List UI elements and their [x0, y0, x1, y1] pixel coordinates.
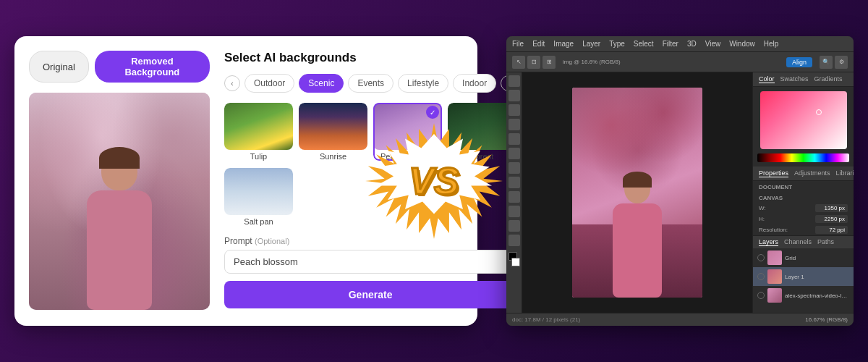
- ps-background-color[interactable]: [511, 258, 520, 266]
- ps-tool-move[interactable]: ↖: [512, 56, 525, 69]
- ps-tab-color[interactable]: Color: [759, 75, 775, 83]
- layer-name-grid: Grid: [785, 255, 849, 261]
- ps-tab-libraries[interactable]: Libraries: [836, 169, 854, 177]
- ps-tool-crop[interactable]: [509, 104, 520, 116]
- ps-tool-search[interactable]: 🔍: [820, 56, 833, 69]
- ps-file-info: img @ 16.6% (RGB/8): [563, 59, 621, 65]
- ps-zoom-level: 16.67% (RGB/8): [805, 316, 848, 323]
- ps-status-text: doc: 17.8M / 12 pixels (21): [512, 316, 580, 323]
- removed-background-button[interactable]: Removed Background: [95, 51, 210, 83]
- ps-person-body: [613, 203, 662, 298]
- ps-foreground-bg: [509, 252, 520, 266]
- ai-section-title: Select AI backgrounds: [224, 51, 516, 65]
- thumb-tulip-label: Tulip: [224, 152, 293, 161]
- category-scenic[interactable]: Scenic: [299, 74, 344, 93]
- ps-height-row: H: 2250 px: [753, 214, 854, 224]
- ps-document-label: Document: [753, 181, 854, 192]
- ps-menu-select[interactable]: Select: [634, 40, 654, 48]
- ps-status-bar: doc: 17.8M / 12 pixels (21) 16.67% (RGB/…: [506, 313, 854, 326]
- thumb-saltpan[interactable]: Salt pan: [224, 168, 293, 226]
- layer-visibility-layer1[interactable]: [757, 273, 765, 280]
- ps-tool-brush[interactable]: [509, 133, 520, 145]
- layer-visibility-bg[interactable]: [757, 292, 765, 299]
- thumb-sunrise-label: Sunrise: [299, 152, 367, 161]
- ps-layers-panel: Layers Channels Paths Grid Layer 1: [753, 235, 854, 313]
- ps-tab-paths[interactable]: Paths: [817, 238, 834, 246]
- ps-hue-bar[interactable]: [757, 153, 849, 162]
- ps-tool-hand[interactable]: [509, 235, 520, 246]
- ps-height-val: 2250 px: [815, 215, 848, 223]
- ps-resolution-row: Resolution: 72 ppi: [753, 224, 854, 235]
- thumb-peach-check: ✓: [426, 106, 439, 119]
- ps-menu-file[interactable]: File: [512, 40, 524, 48]
- prompt-input[interactable]: [224, 250, 516, 274]
- ps-resolution-label: Resolution:: [759, 227, 812, 233]
- ps-tab-swatches[interactable]: Swatches: [780, 75, 809, 83]
- original-button[interactable]: Original: [29, 51, 89, 83]
- category-prev-arrow[interactable]: ‹: [224, 75, 240, 91]
- ps-tool-gradient[interactable]: [509, 177, 520, 188]
- ps-color-cursor: [816, 109, 822, 115]
- list-item[interactable]: Grid: [753, 248, 854, 267]
- thumb-saltpan-img: [224, 168, 293, 215]
- ps-tool-lasso[interactable]: [509, 90, 520, 101]
- ps-tool-transform[interactable]: ⊡: [527, 56, 540, 69]
- ps-menu-help[interactable]: Help: [764, 40, 779, 48]
- ps-width-label: W:: [759, 205, 812, 211]
- ps-canvas-label: Canvas: [753, 192, 854, 203]
- ps-tool-shape[interactable]: [509, 220, 520, 232]
- ps-tool-text[interactable]: [509, 206, 520, 217]
- ps-tool-settings[interactable]: ⚙: [835, 56, 848, 69]
- ps-menu-filter[interactable]: Filter: [663, 40, 678, 48]
- category-outdoor[interactable]: Outdoor: [244, 74, 294, 93]
- right-panel: File Edit Image Layer Type Select Filter…: [506, 36, 854, 326]
- category-events[interactable]: Events: [348, 74, 393, 93]
- image-section: Original Removed Background: [29, 51, 210, 311]
- category-lifestyle[interactable]: Lifestyle: [398, 74, 448, 93]
- ps-color-picker[interactable]: [760, 91, 847, 149]
- ps-menu-image[interactable]: Image: [553, 40, 574, 48]
- ps-tab-adjustments[interactable]: Adjustments: [794, 169, 830, 177]
- ps-menu-edit[interactable]: Edit: [532, 40, 545, 48]
- vs-badge: VS: [376, 134, 492, 228]
- ps-menu-3d[interactable]: 3D: [687, 40, 697, 48]
- ps-toolbar: ↖ ⊡ ⊞ img @ 16.6% (RGB/8) Align 🔍 ⚙: [506, 52, 854, 72]
- ps-align-button[interactable]: Align: [786, 57, 812, 67]
- person-hair: [99, 147, 140, 169]
- list-item[interactable]: alex-spectman-video-landscape: [753, 286, 854, 305]
- thumb-sunrise[interactable]: Sunrise: [299, 103, 367, 161]
- ps-person: [613, 174, 662, 298]
- ps-tool-clone[interactable]: [509, 148, 520, 159]
- thumb-tulip[interactable]: Tulip: [224, 103, 293, 161]
- person-head: [101, 151, 137, 190]
- ps-left-tools: [506, 72, 522, 313]
- category-row: ‹ Outdoor Scenic Events Lifestyle Indoor…: [224, 74, 516, 93]
- ps-width-val: 1350 px: [815, 204, 848, 212]
- photo-background: [29, 93, 210, 310]
- ps-properties-panel-header: Properties Adjustments Libraries: [753, 167, 854, 181]
- ps-menu-window[interactable]: Window: [729, 40, 755, 48]
- category-indoor[interactable]: Indoor: [453, 74, 496, 93]
- ps-menu-view[interactable]: View: [705, 40, 721, 48]
- ps-menu-layer[interactable]: Layer: [582, 40, 600, 48]
- ps-tab-layers[interactable]: Layers: [759, 238, 778, 246]
- ps-tool-eyedropper[interactable]: [509, 119, 520, 130]
- ps-layers-header: Layers Channels Paths: [753, 236, 854, 248]
- ps-tool-marquee[interactable]: [509, 75, 520, 87]
- list-item[interactable]: Layer 1: [753, 267, 854, 286]
- ps-tool-align[interactable]: ⊞: [542, 56, 556, 69]
- photo-person: [80, 151, 159, 310]
- ps-tab-gradients[interactable]: Gradients: [814, 75, 843, 83]
- layer-visibility-grid[interactable]: [757, 254, 765, 261]
- ps-canvas[interactable]: [572, 88, 702, 298]
- ps-tool-eraser[interactable]: [509, 162, 520, 174]
- ps-menu-type[interactable]: Type: [609, 40, 625, 48]
- generate-button[interactable]: Generate: [224, 281, 516, 308]
- ps-main: Color Swatches Gradients Properties Adju…: [506, 72, 854, 313]
- ps-menubar: File Edit Image Layer Type Select Filter…: [506, 36, 854, 52]
- ps-tab-properties[interactable]: Properties: [759, 169, 788, 177]
- ps-tool-pen[interactable]: [509, 191, 520, 203]
- ps-canvas-area: [522, 72, 752, 313]
- vs-text: VS: [409, 162, 459, 200]
- ps-tab-channels[interactable]: Channels: [784, 238, 812, 246]
